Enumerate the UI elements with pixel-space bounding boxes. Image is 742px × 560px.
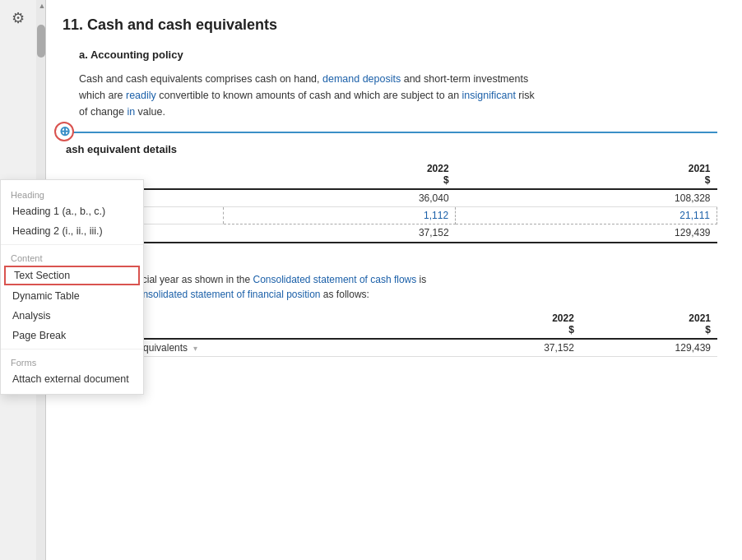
equiv-title-text: ash equivalent details <box>66 143 177 155</box>
row2-2021-val: 129,439 <box>581 339 717 357</box>
scroll-up-arrow[interactable]: ▲ <box>38 2 46 10</box>
insert-plus-button[interactable]: ⊕ <box>54 122 74 141</box>
reconcile-text: e end of the financial year as shown in … <box>63 272 717 302</box>
text-section-label: Text Section <box>14 270 70 281</box>
table-row: nk 36,040 108,328 <box>63 189 717 207</box>
row-2021-val: 108,328 <box>456 189 717 207</box>
menu-item-text-section[interactable]: Text Section <box>4 266 140 285</box>
document-title: 11. Cash and cash equivalents <box>63 16 717 34</box>
menu-item-attach-doc[interactable]: Attach external document <box>1 369 143 389</box>
heading1-label: Heading 1 (a., b., c.) <box>12 206 105 217</box>
cash-equiv-table: 2022$ 2021$ nk 36,040 108,328 and 1,112 … <box>63 160 717 243</box>
heading2-label: Heading 2 (i., ii., iii.) <box>12 225 103 237</box>
insert-line: ⊕ <box>63 132 717 133</box>
menu-item-dynamic-table[interactable]: Dynamic Table <box>1 286 143 306</box>
equiv-details-title: ash equivalent details <box>63 143 717 155</box>
policy-line2: which are readily convertible to known a… <box>79 90 535 101</box>
table-row-total: ○ 37,152 129,439 <box>63 224 717 243</box>
row-2021-val-blue: 21,111 <box>456 207 717 224</box>
col-2022-header: 2022$ <box>224 160 456 189</box>
insert-dropdown-menu: Heading Heading 1 (a., b., c.) Heading 2… <box>0 179 144 395</box>
row-2022-val: 36,040 <box>224 189 456 207</box>
main-content: 11. Cash and cash equivalents a. Account… <box>46 0 742 560</box>
policy-line1: Cash and cash equivalents comprises cash… <box>79 73 528 85</box>
row-total-2021: 129,439 <box>456 224 717 243</box>
gear-icon[interactable]: ⚙ <box>7 7 30 30</box>
table-row: Cash and cash equivalents ▾ 37,152 129,4… <box>63 339 717 357</box>
forms-category-label: Forms <box>1 353 143 369</box>
row2-2022-val: 37,152 <box>459 339 580 357</box>
menu-item-heading2[interactable]: Heading 2 (i., ii., iii.) <box>1 221 143 241</box>
scrollbar-thumb[interactable] <box>37 25 45 58</box>
row-2022-val-blue: 1,112 <box>224 207 456 224</box>
menu-item-analysis[interactable]: Analysis <box>1 306 143 326</box>
menu-divider-1 <box>1 244 143 245</box>
section-a-heading: a. Accounting policy <box>79 49 717 61</box>
reconcile-title: ion of cash <box>66 257 717 269</box>
accounting-policy-text: Cash and cash equivalents comprises cash… <box>79 71 717 120</box>
policy-line3: of change in value. <box>79 106 165 118</box>
analysis-label: Analysis <box>12 310 51 322</box>
page-break-label: Page Break <box>12 330 66 341</box>
attach-doc-label: Attach external document <box>12 373 129 385</box>
dropdown-arrow: ▾ <box>193 344 197 353</box>
heading-category-label: Heading <box>1 185 143 201</box>
table-row: and 1,112 21,111 <box>63 207 717 224</box>
content-category-label: Content <box>1 248 143 265</box>
col2-2021-header: 2021$ <box>581 310 717 339</box>
menu-item-heading1[interactable]: Heading 1 (a., b., c.) <box>1 201 143 221</box>
gear-symbol: ⚙ <box>12 9 25 27</box>
row-total-2022: 37,152 <box>224 224 456 243</box>
col-2021-header: 2021$ <box>456 160 717 189</box>
menu-item-page-break[interactable]: Page Break <box>1 326 143 345</box>
col2-2022-header: 2022$ <box>459 310 580 339</box>
menu-divider-2 <box>1 349 143 349</box>
reconcile-table: 2022$ 2021$ Cash and cash equivalents ▾ … <box>63 310 717 357</box>
dynamic-table-label: Dynamic Table <box>12 290 80 302</box>
